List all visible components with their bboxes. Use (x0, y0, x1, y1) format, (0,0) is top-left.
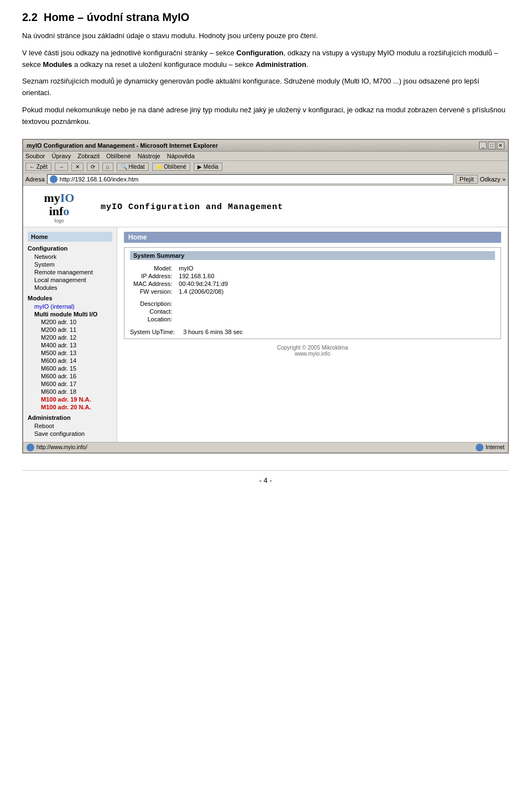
section-heading: 2.2 Home – úvodní strana MyIO (22, 11, 509, 24)
table-row: Model: myIO (130, 264, 231, 272)
description-label: Description: (130, 300, 175, 308)
uptime-value: 3 hours 6 mins 38 sec (183, 329, 243, 335)
menu-nastroje[interactable]: Nástroje (138, 153, 160, 159)
sidebar-m200-12[interactable]: M200 adr. 12 (28, 334, 112, 341)
mac-label: MAC Address: (130, 280, 175, 288)
sidebar-m600-14[interactable]: M600 adr. 14 (28, 357, 112, 365)
refresh-button[interactable]: ⟳ (87, 163, 99, 171)
ip-label: IP Address: (130, 272, 175, 280)
contact-value (175, 308, 231, 315)
sidebar-home-link[interactable]: Home (28, 232, 112, 242)
menu-oblibene[interactable]: Oblíbené (106, 153, 131, 159)
table-row: MAC Address: 00:40:9d:24:71:d9 (130, 280, 231, 288)
close-button[interactable]: ✕ (497, 142, 504, 149)
table-row: IP Address: 192.168.1.60 (130, 272, 231, 280)
copyright-area: Copyright © 2005 Mikroklima www.myio.inf… (124, 339, 501, 362)
document: 2.2 Home – úvodní strana MyIO Na úvodní … (22, 11, 509, 490)
statusbar-right: Internet (476, 444, 504, 451)
sidebar-m500-13[interactable]: M500 adr. 13 (28, 349, 112, 357)
page-number: - 4 - (259, 476, 272, 485)
address-label: Adresa (25, 176, 45, 183)
sidebar-m200-11[interactable]: M200 adr. 11 (28, 326, 112, 334)
menu-upravy[interactable]: Úpravy (51, 153, 71, 159)
uptime-row: System UpTime: 3 hours 6 mins 38 sec (130, 329, 495, 335)
sidebar-myio-internal[interactable]: myIO (internal) (28, 303, 112, 310)
menu-napoveda[interactable]: Nápověda (167, 153, 195, 159)
home-button[interactable]: ⌂ (102, 163, 113, 171)
paragraph-2: V levé části jsou odkazy na jednotlivé k… (22, 48, 509, 71)
go-button[interactable]: Přejít (456, 175, 478, 184)
browser-window: myIO Configuration and Management - Micr… (22, 139, 509, 454)
sidebar-m200-10[interactable]: M200 adr. 10 (28, 318, 112, 326)
copyright-line1: Copyright © 2005 Mikroklima (129, 345, 496, 351)
page-title-area: myIO Configuration and Management (101, 202, 502, 212)
address-url: http://192.168.1.60/index.htm (60, 176, 139, 183)
browser-title-bar: myIO Configuration and Management - Micr… (23, 140, 508, 152)
sidebar-m600-16[interactable]: M600 adr. 16 (28, 372, 112, 380)
stop-button[interactable]: ✕ (71, 163, 84, 171)
maximize-button[interactable]: □ (488, 142, 496, 149)
sidebar-save-configuration[interactable]: Save configuration (28, 430, 112, 438)
model-value: myIO (175, 264, 231, 272)
fw-value: 1.4 (2006/02/08) (175, 288, 231, 295)
sidebar-m600-17[interactable]: M600 adr. 17 (28, 380, 112, 388)
location-label: Location: (130, 315, 175, 323)
favorites-button[interactable]: ⭐ Oblíbené (152, 163, 190, 171)
paragraph-3: Seznam rozšiřujících modulů je dynamicky… (22, 76, 509, 99)
location-value (175, 315, 231, 323)
main-content: Home System Summary Model: myIO IP Addre… (117, 227, 508, 442)
paragraph-4: Pokud modul nekomunikuje nebo je na dané… (22, 105, 509, 128)
menu-soubor[interactable]: Soubor (25, 153, 45, 159)
sidebar-m100-19[interactable]: M100 adr. 19 N.A. (28, 395, 112, 403)
sidebar-reboot[interactable]: Reboot (28, 422, 112, 430)
page-title-heading: myIO Configuration and Management (101, 202, 502, 212)
back-button[interactable]: ← Zpět (25, 163, 51, 171)
sidebar-m600-15[interactable]: M600 adr. 15 (28, 365, 112, 372)
table-row: Contact: (130, 308, 231, 315)
browser-toolbar: ← Zpět → ✕ ⟳ ⌂ 🔍 Hledat ⭐ Oblíbené ▶ Méd… (23, 161, 508, 173)
logo-text: myIO (44, 191, 74, 205)
sidebar-m600-18[interactable]: M600 adr. 18 (28, 388, 112, 395)
internet-icon (476, 444, 483, 451)
statusbar-globe-icon (27, 444, 34, 451)
sidebar-m100-20[interactable]: M100 adr. 20 N.A. (28, 403, 112, 411)
table-row: FW version: 1.4 (2006/02/08) (130, 288, 231, 295)
table-row: Description: (130, 300, 231, 308)
forward-button[interactable]: → (55, 163, 68, 171)
system-summary-title: System Summary (130, 251, 495, 260)
main-home-title: Home (124, 232, 501, 243)
statusbar-left: http://www.myio.info/ (27, 444, 87, 451)
sidebar-local-management[interactable]: Local management (28, 276, 112, 284)
table-row (130, 295, 231, 300)
page-footer: - 4 - (22, 470, 509, 490)
sidebar-m400-13[interactable]: M400 adr. 13 (28, 341, 112, 349)
mac-value: 00:40:9d:24:71:d9 (175, 280, 231, 288)
links-button[interactable]: Odkazy » (480, 176, 506, 183)
menu-zobrazit[interactable]: Zobrazit (77, 153, 100, 159)
sidebar-administration-title: Administration (28, 414, 112, 421)
logo-text2: info (49, 205, 70, 218)
sidebar-modules-title: Modules (28, 295, 112, 301)
sidebar-system[interactable]: System (28, 261, 112, 268)
globe-icon (50, 175, 58, 183)
window-controls: _ □ ✕ (479, 142, 504, 149)
logo-area: myIO info logo (29, 191, 90, 223)
sidebar-multi-module[interactable]: Multi module Multi I/O (28, 310, 112, 318)
status-zone: Internet (486, 444, 504, 450)
table-row: Location: (130, 315, 231, 323)
browser-content: myIO info logo myIO Configuration and Ma… (23, 186, 508, 442)
search-button[interactable]: 🔍 Hledat (117, 163, 149, 171)
browser-statusbar: http://www.myio.info/ Internet (23, 442, 508, 452)
system-info-table: Model: myIO IP Address: 192.168.1.60 MAC… (130, 264, 231, 323)
page-header: myIO info logo myIO Configuration and Ma… (23, 186, 508, 227)
minimize-button[interactable]: _ (479, 142, 487, 149)
address-input[interactable]: http://192.168.1.60/index.htm (47, 174, 454, 184)
sidebar-remote-management[interactable]: Remote management (28, 268, 112, 276)
contact-label: Contact: (130, 308, 175, 315)
ip-value: 192.168.1.60 (175, 272, 231, 280)
sidebar-modules-link[interactable]: Modules (28, 284, 112, 292)
media-button[interactable]: ▶ Média (194, 163, 222, 171)
logo-sub: logo (54, 218, 64, 223)
sidebar-network[interactable]: Network (28, 253, 112, 261)
paragraph-1: Na úvodní stránce jsou základní údaje o … (22, 30, 509, 42)
